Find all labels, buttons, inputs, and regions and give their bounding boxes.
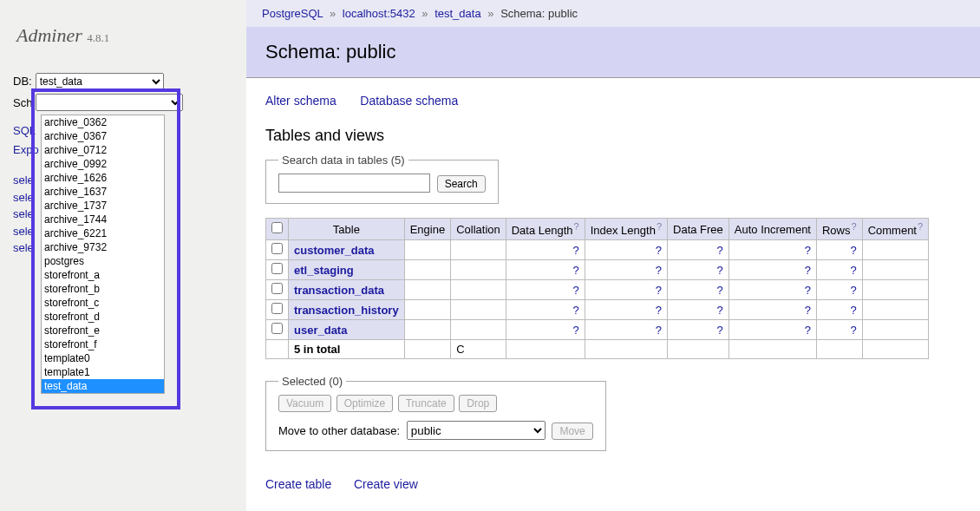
db-dropdown-listbox[interactable]: archive_0362 archive_0367 archive_0712 a… [41, 115, 165, 394]
move-button[interactable]: Move [552, 423, 592, 440]
crumb-db[interactable]: test_data [434, 7, 481, 20]
qmark-link[interactable]: ? [850, 284, 856, 297]
col-data-length[interactable]: Data Length? [506, 219, 585, 240]
qmark-link[interactable]: ? [850, 264, 856, 277]
db-option[interactable]: archive_1744 [42, 213, 164, 226]
qmark-link[interactable]: ? [805, 264, 811, 277]
table-name-link[interactable]: user_data [294, 324, 347, 337]
row-checkbox[interactable] [271, 303, 283, 314]
table-name-link[interactable]: customer_data [294, 244, 374, 257]
create-view-link[interactable]: Create view [354, 477, 418, 491]
qmark-link[interactable]: ? [572, 304, 578, 317]
search-input[interactable] [278, 174, 430, 193]
db-option[interactable]: archive_9732 [42, 240, 164, 254]
row-checkbox[interactable] [271, 283, 283, 294]
qmark-link[interactable]: ? [656, 244, 662, 257]
db-option-selected[interactable]: test_data [42, 379, 164, 393]
qmark-link[interactable]: ? [805, 324, 811, 337]
qmark-link[interactable]: ? [656, 284, 662, 297]
db-option[interactable]: archive_6221 [42, 226, 164, 240]
db-option[interactable]: template1 [42, 365, 164, 379]
vacuum-button[interactable]: Vacuum [278, 395, 331, 412]
qmark-link[interactable]: ? [656, 304, 662, 317]
table-name-link[interactable]: transaction_data [294, 284, 384, 297]
qmark-link[interactable]: ? [805, 304, 811, 317]
help-icon[interactable]: ? [657, 221, 662, 232]
move-target-select[interactable]: public [407, 421, 546, 440]
truncate-button[interactable]: Truncate [398, 395, 454, 412]
db-option[interactable]: storefront_e [42, 324, 164, 337]
help-icon[interactable]: ? [852, 221, 857, 232]
table-name-link[interactable]: transaction_history [294, 304, 399, 317]
table-row: transaction_data????? [266, 280, 929, 300]
crumb-driver[interactable]: PostgreSQL [262, 7, 323, 20]
col-engine[interactable]: Engine [404, 219, 450, 240]
db-option[interactable]: storefront_a [42, 268, 164, 282]
table-row: customer_data????? [266, 240, 929, 260]
row-checkbox[interactable] [271, 263, 283, 274]
db-option[interactable]: archive_0712 [42, 143, 164, 157]
export-link[interactable]: Expo [13, 143, 39, 156]
optimize-button[interactable]: Optimize [336, 395, 393, 412]
db-option[interactable]: storefront_d [42, 310, 164, 324]
table-name-link[interactable]: etl_staging [294, 264, 354, 277]
db-option[interactable]: archive_0362 [42, 115, 164, 129]
db-option[interactable]: archive_0367 [42, 129, 164, 143]
db-option[interactable]: archive_0992 [42, 157, 164, 171]
col-index-length[interactable]: Index Length? [585, 219, 667, 240]
qmark-link[interactable]: ? [805, 244, 811, 257]
qmark-link[interactable]: ? [572, 264, 578, 277]
qmark-link[interactable]: ? [850, 304, 856, 317]
sql-command-link[interactable]: SQL [13, 124, 36, 137]
qmark-link[interactable]: ? [805, 284, 811, 297]
qmark-link[interactable]: ? [572, 244, 578, 257]
search-button[interactable]: Search [437, 175, 486, 193]
db-option[interactable]: archive_1626 [42, 171, 164, 185]
sidebar: Adminer 4.8.1 DB: test_data Sch SQL Expo… [0, 0, 246, 511]
db-option[interactable]: archive_1637 [42, 185, 164, 199]
total-collation: C [451, 340, 506, 359]
qmark-link[interactable]: ? [572, 324, 578, 337]
row-checkbox[interactable] [271, 243, 283, 254]
schema-select[interactable] [36, 94, 183, 111]
search-fieldset: Search data in tables (5) Search [265, 154, 499, 204]
qmark-link[interactable]: ? [717, 324, 723, 337]
col-collation[interactable]: Collation [451, 219, 506, 240]
db-option[interactable]: postgres [42, 254, 164, 268]
alter-schema-link[interactable]: Alter schema [265, 94, 336, 108]
col-table[interactable]: Table [289, 219, 405, 240]
database-schema-link[interactable]: Database schema [360, 94, 458, 108]
db-select[interactable]: test_data [36, 73, 164, 90]
drop-button[interactable]: Drop [459, 395, 497, 412]
qmark-link[interactable]: ? [656, 324, 662, 337]
db-option[interactable]: storefront_b [42, 282, 164, 296]
db-option[interactable]: storefront_c [42, 296, 164, 310]
main: PostgreSQL » localhost:5432 » test_data … [246, 0, 980, 511]
check-all[interactable] [271, 222, 283, 233]
db-option[interactable]: archive_1737 [42, 199, 164, 213]
total-label: 5 in total [289, 340, 405, 359]
selected-fieldset: Selected (0) Vacuum Optimize Truncate Dr… [265, 375, 606, 451]
qmark-link[interactable]: ? [717, 244, 723, 257]
qmark-link[interactable]: ? [850, 324, 856, 337]
qmark-link[interactable]: ? [717, 284, 723, 297]
crumb-server[interactable]: localhost:5432 [343, 7, 415, 20]
col-rows[interactable]: Rows? [816, 219, 862, 240]
col-data-free[interactable]: Data Free [668, 219, 729, 240]
col-comment[interactable]: Comment? [862, 219, 928, 240]
create-table-link[interactable]: Create table [265, 477, 331, 491]
qmark-link[interactable]: ? [656, 264, 662, 277]
qmark-link[interactable]: ? [717, 264, 723, 277]
logo-version: 4.8.1 [87, 31, 109, 44]
help-icon[interactable]: ? [918, 221, 923, 232]
row-checkbox[interactable] [271, 323, 283, 334]
qmark-link[interactable]: ? [572, 284, 578, 297]
help-icon[interactable]: ? [574, 221, 579, 232]
db-option[interactable]: storefront_f [42, 337, 164, 351]
crumb-schema: Schema: public [500, 7, 578, 20]
col-auto-increment[interactable]: Auto Increment [728, 219, 816, 240]
qmark-link[interactable]: ? [717, 304, 723, 317]
qmark-link[interactable]: ? [850, 244, 856, 257]
logo: Adminer 4.8.1 [16, 24, 233, 47]
db-option[interactable]: template0 [42, 351, 164, 365]
